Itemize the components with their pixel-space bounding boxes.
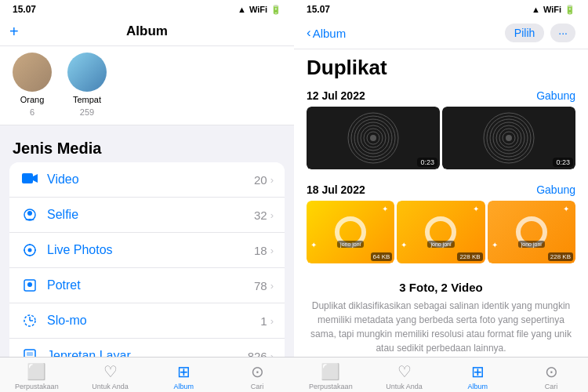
date-label-1: 12 Jul 2022 (307, 89, 365, 102)
tab-album-left[interactable]: ⊞ Album (147, 362, 221, 390)
gabung-button-2[interactable]: Gabung (536, 183, 575, 196)
video-icon (20, 170, 39, 189)
tab-untukanda-right[interactable]: ♡ Untuk Anda (368, 362, 441, 390)
tab-album-right[interactable]: ⊞ Album (441, 362, 515, 390)
svg-point-37 (370, 135, 376, 141)
tab-perpustakaan-left[interactable]: ⬜ Perpustakaan (0, 362, 74, 390)
svg-point-6 (29, 244, 31, 245)
perpustakaan-icon-right: ⬜ (321, 362, 340, 381)
album-header: + Album (0, 19, 294, 46)
jono-badge-1: jono joni (337, 241, 364, 248)
duplikat-title: Duplikat (294, 49, 588, 83)
right-panel: 15.07 ▲ WiFi 🔋 ‹ Album Pilih ··· Duplika… (294, 0, 588, 392)
star-deco-6: ✦ (492, 241, 498, 249)
video-count: 20 (254, 173, 267, 187)
right-header: ‹ Album Pilih ··· (294, 19, 588, 49)
album-label-right: Album (468, 383, 488, 390)
gabung-button-1[interactable]: Gabung (536, 89, 575, 102)
avatar-orang (13, 53, 52, 92)
photo-thumb-2-2[interactable]: ✦ ✦ jono joni 228 KB (397, 201, 485, 263)
album-title: Album (126, 24, 168, 39)
star-deco-1: ✦ (382, 205, 388, 213)
list-item-selfie[interactable]: Selfie 32 › (9, 198, 285, 233)
more-options-button[interactable]: ··· (550, 24, 575, 42)
photo-badge-1-2: 0:23 (553, 158, 573, 167)
livephotos-count: 18 (254, 244, 267, 257)
svg-point-8 (24, 249, 25, 251)
slomo-chevron: › (270, 315, 274, 327)
album-icon-left: ⊞ (177, 362, 191, 381)
time-left: 15.07 (13, 4, 36, 15)
svg-point-7 (29, 255, 31, 256)
livephotos-right: 18 › (254, 244, 274, 257)
selfie-count: 32 (254, 209, 267, 222)
svg-point-45 (506, 135, 512, 141)
perpustakaan-icon-left: ⬜ (27, 362, 46, 381)
star-deco-3: ✦ (473, 205, 479, 213)
list-item-slomo[interactable]: Slo-mo 1 › (9, 303, 285, 339)
back-label: Album (313, 27, 347, 40)
pilih-button[interactable]: Pilih (505, 24, 544, 42)
perpustakaan-label-left: Perpustakaan (15, 383, 59, 390)
photo-thumb-1-2[interactable]: 0:23 (442, 107, 575, 169)
date-label-2: 18 Jul 2022 (307, 183, 365, 196)
date-row-2: 18 Jul 2022 Gabung (294, 177, 588, 201)
untukanda-icon-right: ♡ (397, 362, 412, 381)
orang-count: 6 (30, 107, 34, 117)
svg-rect-0 (22, 173, 33, 183)
star-deco-2: ✦ (310, 241, 317, 249)
photos-row-2: ✦ ✦ jono joni 64 KB ✦ ✦ jono joni 228 KB (294, 201, 588, 271)
list-item-potret[interactable]: Potret 78 › (9, 268, 285, 303)
circle-tempat[interactable]: Tempat 259 (67, 53, 107, 117)
cari-label-left: Cari (251, 383, 264, 390)
size-badge-2-2: 228 KB (457, 252, 482, 261)
status-icons-right: ▲ WiFi 🔋 (532, 5, 575, 15)
jono-badge-3: jono joni (518, 241, 545, 248)
avatar-tempat (67, 53, 107, 92)
svg-point-9 (34, 249, 36, 251)
list-item-livephotos[interactable]: Live Photos 18 › (9, 233, 285, 268)
svg-point-5 (28, 249, 32, 252)
jono-badge-2: jono joni (427, 241, 454, 248)
add-album-button[interactable]: + (9, 23, 19, 41)
svg-rect-14 (27, 352, 33, 356)
untukanda-label-right: Untuk Anda (386, 383, 423, 390)
potret-icon (20, 276, 39, 295)
cari-icon-right: ⊙ (545, 362, 558, 381)
back-button[interactable]: ‹ Album (307, 25, 346, 41)
tab-untukanda-left[interactable]: ♡ Untuk Anda (74, 362, 147, 390)
tab-cari-left[interactable]: ⊙ Cari (220, 362, 294, 390)
tab-perpustakaan-right[interactable]: ⬜ Perpustakaan (294, 362, 368, 390)
circle-orang[interactable]: Orang 6 (13, 53, 52, 117)
right-scroll: 12 Jul 2022 Gabung 0:23 (294, 83, 588, 357)
album-circles: Orang 6 Tempat 259 (0, 46, 294, 125)
summary-desc: Duplikat diklasifikasikan sebagai salina… (307, 299, 575, 355)
star-deco-4: ✦ (401, 241, 407, 249)
screenshot-icon (20, 347, 39, 357)
status-icons-left: ▲ WiFi 🔋 (238, 5, 281, 15)
list-item-screenshot[interactable]: Jepretan Layar 826 › (9, 339, 285, 357)
photo-thumb-2-1[interactable]: ✦ ✦ jono joni 64 KB (307, 201, 394, 263)
size-badge-2-3: 228 KB (548, 252, 573, 261)
potret-chevron: › (270, 280, 274, 292)
slomo-count: 1 (260, 314, 267, 328)
svg-point-3 (27, 211, 32, 216)
screenshot-right: 826 › (248, 350, 274, 358)
selfie-chevron: › (270, 209, 274, 221)
photo-thumb-2-3[interactable]: ✦ ✦ jono joni 228 KB (488, 201, 575, 263)
list-item-video[interactable]: Video 20 › (9, 162, 285, 198)
svg-point-11 (27, 282, 32, 287)
selfie-label: Selfie (47, 208, 254, 222)
time-right: 15.07 (307, 4, 330, 15)
tab-cari-right[interactable]: ⊙ Cari (514, 362, 588, 390)
photos-row-1: 0:23 0:23 (294, 107, 588, 177)
livephotos-icon (20, 241, 39, 260)
slomo-label: Slo-mo (47, 314, 260, 328)
cari-label-right: Cari (545, 383, 558, 390)
album-icon-right: ⊞ (471, 362, 485, 381)
screenshot-chevron: › (270, 350, 274, 358)
video-chevron: › (270, 174, 274, 186)
summary-title: 3 Foto, 2 Video (307, 281, 575, 294)
tempat-count: 259 (80, 107, 94, 117)
photo-thumb-1-1[interactable]: 0:23 (307, 107, 440, 169)
